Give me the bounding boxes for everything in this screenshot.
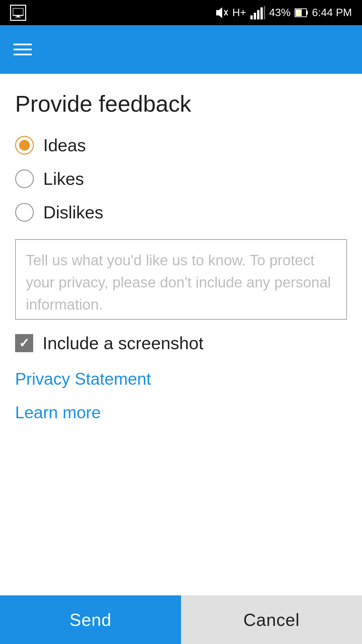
- svg-rect-6: [250, 15, 253, 19]
- radio-item-likes[interactable]: Likes: [15, 169, 347, 189]
- learn-more-link[interactable]: Learn more: [15, 403, 347, 422]
- send-button[interactable]: Send: [0, 595, 181, 644]
- network-type: H+: [232, 6, 246, 19]
- feedback-type-group: Ideas Likes Dislikes: [15, 135, 347, 222]
- radio-item-dislikes[interactable]: Dislikes: [15, 202, 347, 222]
- privacy-statement-link[interactable]: Privacy Statement: [15, 369, 347, 389]
- radio-button-dislikes[interactable]: [15, 203, 34, 222]
- svg-rect-0: [13, 8, 23, 15]
- page-title: Provide feedback: [15, 91, 347, 117]
- app-bar: [0, 25, 362, 74]
- clock: 6:44 PM: [312, 6, 352, 19]
- svg-marker-3: [216, 7, 222, 18]
- hamburger-menu-button[interactable]: [13, 44, 32, 55]
- screenshot-checkbox[interactable]: ✓: [15, 334, 33, 352]
- svg-rect-12: [306, 11, 308, 15]
- signal-icon: [250, 6, 265, 19]
- main-content: Provide feedback Ideas Likes Dislikes ✓: [0, 74, 362, 595]
- radio-label-dislikes: Dislikes: [43, 202, 103, 222]
- svg-rect-8: [257, 10, 259, 19]
- svg-rect-7: [254, 13, 256, 19]
- spacer: [15, 422, 347, 579]
- screenshot-checkbox-item[interactable]: ✓ Include a screenshot: [15, 333, 347, 353]
- svg-rect-1: [17, 15, 19, 17]
- bottom-buttons: Send Cancel: [0, 595, 362, 644]
- radio-button-ideas[interactable]: [15, 136, 34, 155]
- radio-label-likes: Likes: [43, 169, 84, 189]
- battery-icon: [295, 6, 308, 19]
- cancel-button[interactable]: Cancel: [181, 595, 362, 644]
- checkbox-check-mark: ✓: [19, 337, 29, 350]
- svg-rect-2: [15, 17, 21, 17]
- status-bar: H+ 43% 6:44 PM: [0, 0, 362, 25]
- radio-button-likes[interactable]: [15, 169, 34, 188]
- battery-percent: 43%: [269, 6, 291, 19]
- screen-icon: [10, 5, 26, 21]
- radio-item-ideas[interactable]: Ideas: [15, 135, 347, 155]
- radio-label-ideas: Ideas: [43, 135, 86, 155]
- svg-rect-9: [260, 7, 263, 19]
- svg-rect-10: [264, 6, 265, 19]
- screenshot-checkbox-label: Include a screenshot: [43, 333, 203, 353]
- feedback-textarea[interactable]: [15, 239, 347, 320]
- radio-inner-ideas: [19, 140, 30, 151]
- mute-icon: [214, 5, 228, 20]
- status-bar-right: H+ 43% 6:44 PM: [214, 5, 352, 20]
- status-bar-left: [10, 5, 26, 21]
